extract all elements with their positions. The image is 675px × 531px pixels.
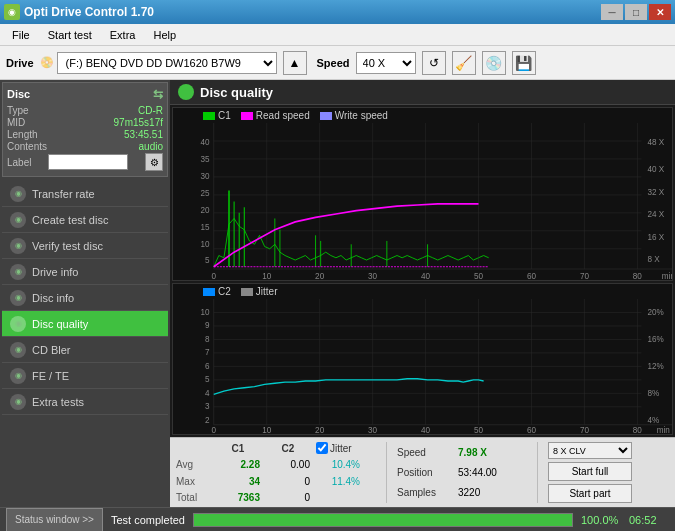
speed-stat-label: Speed [397,447,452,458]
svg-text:50: 50 [474,424,483,434]
sidebar-item-create-test-disc[interactable]: ◉ Create test disc [2,207,168,233]
eject-button[interactable]: ▲ [283,51,307,75]
drive-info-icon: ◉ [10,264,26,280]
svg-text:2: 2 [205,414,210,424]
svg-text:7: 7 [205,347,210,357]
disc-expand-icon[interactable]: ⇆ [153,87,163,101]
svg-text:20: 20 [201,204,210,214]
menu-file[interactable]: File [4,27,38,43]
svg-text:0: 0 [211,424,216,434]
svg-text:5: 5 [205,255,210,265]
svg-text:60: 60 [527,424,536,434]
status-window-button[interactable]: Status window >> [6,508,103,532]
sidebar-item-drive-info[interactable]: ◉ Drive info [2,259,168,285]
bottom-chart-legend: C2 Jitter [173,284,672,299]
svg-text:10: 10 [262,424,271,434]
c2-legend-label: C2 [218,286,231,297]
avg-c1: 2.28 [216,459,260,470]
svg-text:80: 80 [633,271,642,281]
svg-text:40: 40 [201,137,210,147]
extra-tests-icon: ◉ [10,394,26,410]
sidebar-item-disc-quality[interactable]: ◉ Disc quality [2,311,168,337]
progress-fill [194,514,572,526]
read-speed-legend-box [241,112,253,120]
total-c1: 7363 [216,492,260,503]
start-full-button[interactable]: Start full [548,462,632,481]
svg-text:30: 30 [368,424,377,434]
position-stat-label: Position [397,467,452,478]
top-chart-svg: 40 35 30 25 20 15 10 5 48 X 40 X 32 X 24… [173,123,672,280]
sidebar-item-verify-test-disc[interactable]: ◉ Verify test disc [2,233,168,259]
svg-text:20: 20 [315,271,324,281]
speed-select[interactable]: 8 X 16 X 24 X 32 X 40 X 48 X [356,52,416,74]
svg-text:30: 30 [368,271,377,281]
length-value: 53:45.51 [124,129,163,140]
read-speed-legend-label: Read speed [256,110,310,121]
quality-indicator [178,84,194,100]
svg-text:6: 6 [205,360,210,370]
menu-start-test[interactable]: Start test [40,27,100,43]
erase-button[interactable]: 🧹 [452,51,476,75]
svg-text:35: 35 [201,154,210,164]
sidebar-item-fe-te[interactable]: ◉ FE / TE [2,363,168,389]
transfer-rate-icon: ◉ [10,186,26,202]
cd-bler-icon: ◉ [10,342,26,358]
start-part-button[interactable]: Start part [548,484,632,503]
write-speed-legend-label: Write speed [335,110,388,121]
svg-text:9: 9 [205,320,210,330]
svg-text:40: 40 [421,271,430,281]
close-button[interactable]: ✕ [649,4,671,20]
clv-select[interactable]: 8 X CLV 16 X CLV 24 X CLV [548,442,632,459]
menu-extra[interactable]: Extra [102,27,144,43]
label-icon-button[interactable]: ⚙ [145,153,163,171]
jitter-legend-box [241,288,253,296]
max-row-label: Max [176,476,210,487]
svg-text:15: 15 [201,221,210,231]
max-jitter: 11.4% [316,476,360,487]
svg-text:10: 10 [262,271,271,281]
contents-value: audio [139,141,163,152]
bottom-chart-svg: 10 9 8 7 6 5 4 3 2 20% 16% 12% 8% [173,299,672,434]
svg-text:5: 5 [205,374,210,384]
verify-test-disc-icon: ◉ [10,238,26,254]
svg-text:24 X: 24 X [648,209,665,219]
sidebar-item-extra-tests[interactable]: ◉ Extra tests [2,389,168,415]
avg-jitter: 10.4% [316,459,360,470]
svg-text:8 X: 8 X [648,254,660,264]
disc-header-label: Disc [7,88,30,100]
toolbar: Drive 📀 (F:) BENQ DVD DD DW1620 B7W9 ▲ S… [0,46,675,80]
save-button[interactable]: 💾 [512,51,536,75]
svg-text:4: 4 [205,387,210,397]
refresh-button[interactable]: ↺ [422,51,446,75]
mid-value: 97m15s17f [114,117,163,128]
contents-label: Contents [7,141,47,152]
burn-button[interactable]: 💿 [482,51,506,75]
fe-te-icon: ◉ [10,368,26,384]
disc-info-icon: ◉ [10,290,26,306]
sidebar-item-cd-bler[interactable]: ◉ CD Bler [2,337,168,363]
sidebar-item-transfer-rate[interactable]: ◉ Transfer rate [2,181,168,207]
sidebar-item-label: FE / TE [32,370,69,382]
avg-c2: 0.00 [266,459,310,470]
menu-help[interactable]: Help [145,27,184,43]
sidebar-item-disc-info[interactable]: ◉ Disc info [2,285,168,311]
svg-text:8%: 8% [648,387,660,397]
jitter-check-label: Jitter [330,443,352,454]
sidebar-item-label: Transfer rate [32,188,95,200]
jitter-checkbox[interactable] [316,442,328,454]
c1-legend-label: C1 [218,110,231,121]
write-speed-legend-box [320,112,332,120]
menu-bar: File Start test Extra Help [0,24,675,46]
svg-text:3: 3 [205,401,210,411]
minimize-button[interactable]: ─ [601,4,623,20]
maximize-button[interactable]: □ [625,4,647,20]
app-icon: ◉ [4,4,20,20]
stats-bar: C1 C2 Jitter Avg 2.28 0.00 10.4% Max 34 [170,437,675,507]
svg-text:40 X: 40 X [648,164,665,174]
sidebar-item-label: Disc quality [32,318,88,330]
status-text: Test completed [111,514,185,526]
label-input[interactable] [48,154,128,170]
drive-select[interactable]: (F:) BENQ DVD DD DW1620 B7W9 [57,52,277,74]
speed-label: Speed [317,57,350,69]
svg-text:25: 25 [201,188,210,198]
